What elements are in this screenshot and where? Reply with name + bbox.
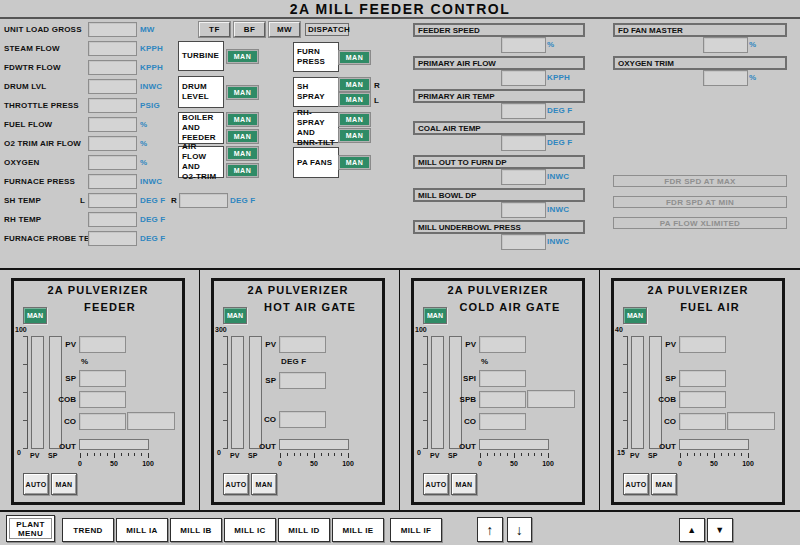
readout-value-field[interactable] — [88, 98, 137, 113]
loop-value-field[interactable] — [679, 413, 726, 430]
pulverizer-panel: 2A PULVERIZERFEEDERMAN1000PVSPPV%SPCOBCO… — [11, 278, 185, 505]
out-ruler-tick — [714, 453, 715, 458]
page-up-button[interactable]: ↑ — [477, 517, 503, 542]
readout-value-field[interactable] — [703, 37, 748, 53]
loop-value-field[interactable] — [679, 370, 726, 387]
loop-value-field[interactable] — [79, 370, 126, 387]
loop-value-field[interactable] — [479, 391, 526, 408]
loop-value-field[interactable] — [679, 336, 726, 353]
readout-label: RH TEMP — [4, 215, 41, 224]
loop-extra-field[interactable] — [127, 412, 175, 430]
mode-button-mw[interactable]: MW — [269, 22, 300, 37]
out-ruler-tick — [541, 453, 542, 456]
bar-axis — [427, 336, 428, 449]
nav-button-mill-ic[interactable]: MILL IC — [224, 518, 276, 542]
readout-value-field[interactable] — [501, 169, 546, 185]
out-ruler-tick — [287, 453, 288, 456]
readout-value-field[interactable] — [88, 79, 137, 94]
nav-button-mill-ib[interactable]: MILL IB — [170, 518, 222, 542]
readout-value-field[interactable] — [88, 136, 137, 151]
loop-extra-field[interactable] — [727, 412, 775, 430]
nav-button-mill-ia[interactable]: MILL IA — [116, 518, 168, 542]
mode-state-button[interactable]: MAN — [339, 156, 370, 169]
readout-value-field[interactable] — [88, 212, 137, 227]
readout-value-field[interactable] — [501, 70, 546, 86]
pulverizer-auto-button[interactable]: AUTO — [423, 473, 449, 495]
mode-state-button[interactable]: MAN — [339, 78, 370, 91]
readout-value-field[interactable] — [501, 202, 546, 218]
loop-extra-field[interactable] — [527, 390, 575, 408]
readout-value-field[interactable] — [88, 193, 137, 208]
readout-value-field[interactable] — [88, 231, 137, 246]
mode-state-button[interactable]: MAN — [227, 50, 258, 63]
mode-state-button[interactable]: MAN — [339, 129, 370, 142]
readout-value-field[interactable] — [179, 193, 228, 208]
nav-button-mill-id[interactable]: MILL ID — [278, 518, 330, 542]
page-down-button[interactable]: ↓ — [507, 517, 532, 542]
mode-state-button[interactable]: MAN — [227, 164, 258, 177]
pulverizer-panel: 2A PULVERIZERHOT AIR GATEMAN3000PVSPPVDE… — [211, 278, 385, 505]
plant-menu-button[interactable]: PLANT MENU — [6, 515, 55, 542]
mode-badge: MAN — [23, 307, 47, 324]
bar-axis-tick — [23, 392, 27, 393]
loop-value-field[interactable] — [79, 413, 126, 430]
pulverizer-cell: 2A PULVERIZERFUEL AIRMAN4015PVSPPVSPCOBC… — [600, 270, 800, 510]
mode-state-button[interactable]: MAN — [227, 147, 258, 160]
loop-value-field[interactable] — [79, 391, 126, 408]
loop-value-field[interactable] — [479, 413, 526, 430]
readout-value-field[interactable] — [88, 117, 137, 132]
out-slider[interactable] — [79, 439, 149, 450]
mode-button-bf[interactable]: BF — [234, 22, 265, 37]
readout-value-field[interactable] — [88, 174, 137, 189]
pulverizer-man-button[interactable]: MAN — [51, 473, 77, 495]
out-ruler-tick — [700, 453, 701, 456]
mode-state-button[interactable]: MAN — [227, 86, 258, 99]
out-slider[interactable] — [279, 439, 349, 450]
loop-value-field[interactable] — [479, 370, 526, 387]
mode-state-button[interactable]: MAN — [227, 130, 258, 143]
readout-value-field[interactable] — [88, 60, 137, 75]
nav-button-trend[interactable]: TREND — [62, 518, 114, 542]
loop-value-field[interactable] — [479, 336, 526, 353]
readout-value-field[interactable] — [703, 70, 748, 86]
out-slider[interactable] — [479, 439, 549, 450]
mode-state-button[interactable]: MAN — [339, 93, 370, 106]
readout-value-field[interactable] — [88, 155, 137, 170]
pulverizer-auto-button[interactable]: AUTO — [623, 473, 649, 495]
mode-state-button[interactable]: MAN — [227, 113, 258, 126]
readout-value-field[interactable] — [501, 135, 546, 151]
mode-state-button[interactable]: MAN — [339, 51, 370, 64]
nav-button-mill-ie[interactable]: MILL IE — [332, 518, 384, 542]
pulverizer-auto-button[interactable]: AUTO — [23, 473, 49, 495]
scroll-up-button[interactable]: ▲ — [679, 518, 705, 542]
out-ruler-tick — [707, 453, 708, 456]
readout-value-field[interactable] — [501, 234, 546, 250]
loop-value-field[interactable] — [79, 336, 126, 353]
dispatch-indicator: DISPATCH — [305, 23, 349, 36]
nav-button-mill-if[interactable]: MILL IF — [390, 518, 442, 542]
mode-state-button[interactable]: MAN — [339, 113, 370, 126]
bar-axis-tick — [423, 336, 427, 337]
readout-value-field[interactable] — [501, 37, 546, 53]
bar-axis-tick — [223, 336, 227, 337]
bar-scale-bottom: 0 — [417, 449, 421, 456]
pulverizer-man-button[interactable]: MAN — [251, 473, 277, 495]
scroll-down-button[interactable]: ▼ — [707, 518, 733, 542]
pulverizer-auto-button[interactable]: AUTO — [223, 473, 249, 495]
readout-value-field[interactable] — [501, 103, 546, 119]
readout-value-field[interactable] — [88, 41, 137, 56]
loop-value-field[interactable] — [279, 336, 326, 353]
out-ruler-tick — [321, 453, 322, 456]
loop-value-field[interactable] — [679, 391, 726, 408]
page-down-icon: ↓ — [516, 523, 523, 537]
out-scale-label: 100 — [742, 460, 754, 467]
mode-button-tf[interactable]: TF — [199, 22, 230, 37]
loop-value-field[interactable] — [279, 372, 326, 389]
readout-header: PRIMARY AIR TEMP — [413, 89, 585, 103]
pulverizer-man-button[interactable]: MAN — [651, 473, 677, 495]
pulverizer-man-button[interactable]: MAN — [451, 473, 477, 495]
readout-label: FDWTR FLOW — [4, 63, 61, 72]
out-slider[interactable] — [679, 439, 749, 450]
pv-bar — [31, 336, 44, 449]
loop-value-field[interactable] — [279, 411, 326, 428]
